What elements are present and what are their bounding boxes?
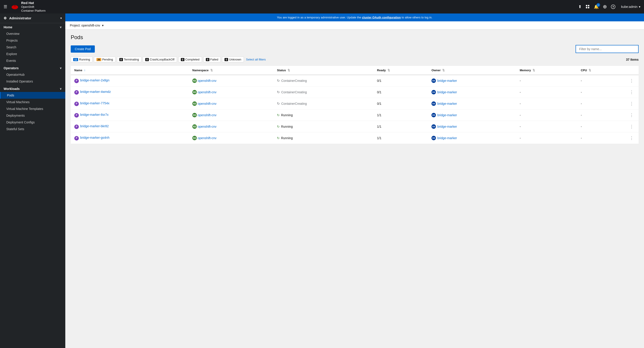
table-row: P bridge-marker-gs4nh NS openshift-cnv ↻… — [71, 132, 638, 144]
col-memory[interactable]: Memory ⇅ — [516, 66, 577, 75]
project-dropdown-icon[interactable]: ▾ — [102, 24, 104, 27]
filter-chip-pending[interactable]: 26 Pending — [94, 57, 116, 62]
filter-name-input[interactable] — [576, 45, 638, 53]
col-namespace[interactable]: Namespace ⇅ — [189, 66, 273, 75]
ns-link-3[interactable]: openshift-cnv — [198, 113, 216, 117]
table-row: P bridge-marker-bkr82 NS openshift-cnv ↻… — [71, 121, 638, 132]
pod-name-link-5[interactable]: bridge-marker-gs4nh — [80, 136, 110, 139]
sidebar-item-deployments[interactable]: Deployments — [0, 112, 65, 119]
col-name[interactable]: Name ↑ — [71, 66, 189, 75]
namespace-cell-1: NS openshift-cnv — [189, 87, 273, 98]
ns-link-2[interactable]: openshift-cnv — [198, 102, 216, 105]
ready-cell-1: 0/1 — [373, 87, 428, 98]
terminating-count: 0 — [119, 58, 123, 61]
col-status[interactable]: Status ⇅ — [273, 66, 373, 75]
filter-chip-running[interactable]: 11 Running — [71, 57, 92, 62]
sidebar-item-events[interactable]: Events — [0, 57, 65, 64]
owner-link-4[interactable]: bridge-marker — [437, 125, 457, 128]
filter-chip-crashloop[interactable]: 0 CrashLoopBackOff — [143, 57, 177, 62]
sidebar-item-stateful-sets[interactable]: Stateful Sets — [0, 126, 65, 132]
svg-text:?: ? — [612, 5, 614, 8]
status-cell-4: ↻ Running — [273, 121, 373, 132]
sidebar-item-virtual-machines[interactable]: Virtual Machines — [0, 99, 65, 105]
filter-bar: 11 Running 26 Pending 0 Terminating 0 Cr… — [71, 57, 638, 62]
pod-name-link-3[interactable]: bridge-marker-8sr7x — [80, 113, 108, 116]
pod-name-cell-5: P bridge-marker-gs4nh — [71, 132, 189, 144]
col-owner[interactable]: Owner ⇅ — [428, 66, 516, 75]
status-creating-icon: ↻ — [277, 79, 280, 83]
col-cpu[interactable]: CPU ⇅ — [577, 66, 625, 75]
bell-icon[interactable]: 🔔 1 — [594, 4, 599, 9]
brand-main: OpenShift — [21, 5, 46, 9]
user-menu[interactable]: kube:admin ▾ — [621, 5, 640, 8]
owner-link-1[interactable]: bridge-marker — [437, 90, 457, 94]
col-actions — [625, 66, 638, 75]
ns-link-0[interactable]: openshift-cnv — [198, 79, 216, 82]
row-kebab-button-3[interactable]: ⋮ — [628, 112, 635, 118]
table-row: P bridge-marker-7754x NS openshift-cnv ↻… — [71, 98, 638, 110]
row-kebab-button-2[interactable]: ⋮ — [628, 101, 635, 107]
status-text-0: ContainerCreating — [281, 79, 307, 82]
actions-cell-3: ⋮ — [625, 110, 638, 121]
sidebar-item-overview[interactable]: Overview — [0, 30, 65, 37]
sidebar-group-workloads: Workloads ∨ Pods Virtual Machines Virtua… — [0, 85, 65, 132]
pod-name-link-4[interactable]: bridge-marker-bkr82 — [80, 124, 109, 128]
sidebar-item-projects[interactable]: Projects — [0, 37, 65, 44]
filter-chip-unknown[interactable]: 0 Unknown — [222, 57, 244, 62]
running-label: Running — [79, 58, 90, 61]
row-kebab-button-1[interactable]: ⋮ — [628, 89, 635, 95]
ready-cell-5: 1/1 — [373, 132, 428, 144]
col-namespace-label: Namespace — [192, 69, 208, 72]
sidebar-group-header-home[interactable]: Home ∨ — [0, 23, 65, 30]
filter-chip-terminating[interactable]: 0 Terminating — [117, 57, 142, 62]
ns-link-5[interactable]: openshift-cnv — [198, 136, 216, 140]
filter-chip-failed[interactable]: 0 Failed — [203, 57, 221, 62]
owner-link-2[interactable]: bridge-marker — [437, 102, 457, 105]
banner-link[interactable]: cluster OAuth configuration — [362, 16, 401, 19]
filter-chip-completed[interactable]: 0 Completed — [178, 57, 202, 62]
col-ready[interactable]: Ready ⇅ — [373, 66, 428, 75]
pod-name-link-2[interactable]: bridge-marker-7754x — [80, 101, 110, 105]
owner-link-3[interactable]: bridge-marker — [437, 113, 457, 117]
sidebar-group-header-workloads[interactable]: Workloads ∨ — [0, 85, 65, 92]
sidebar-item-virtual-machine-templates[interactable]: Virtual Machine Templates — [0, 105, 65, 112]
owner-sort-icon: ⇅ — [442, 69, 445, 72]
sidebar-item-installed-operators[interactable]: Installed Operators — [0, 78, 65, 85]
sidebar-item-explore[interactable]: Explore — [0, 51, 65, 57]
select-all-filters-link[interactable]: Select all filters — [246, 58, 266, 61]
ready-cell-2: 0/1 — [373, 98, 428, 110]
hamburger-icon[interactable]: ☰ — [4, 4, 7, 9]
owner-badge-1: DS — [432, 90, 436, 94]
page-title: Pods — [71, 34, 638, 40]
owner-link-0[interactable]: bridge-marker — [437, 79, 457, 82]
plus-icon[interactable]: ⊕ — [603, 4, 607, 10]
owner-cell-5: DS bridge-marker — [428, 132, 516, 144]
ns-link-1[interactable]: openshift-cnv — [198, 90, 216, 94]
memory-cell-4: - — [516, 121, 577, 132]
sidebar-group-header-operators[interactable]: Operators ∨ — [0, 64, 65, 71]
sidebar-item-operatorhub[interactable]: OperatorHub — [0, 71, 65, 78]
create-pod-button[interactable]: Create Pod — [71, 45, 95, 53]
ns-link-4[interactable]: openshift-cnv — [198, 125, 216, 128]
sidebar-item-pods[interactable]: Pods — [0, 92, 65, 99]
sidebar-admin[interactable]: ⚙ Administrator ▾ — [0, 13, 65, 23]
row-kebab-button-0[interactable]: ⋮ — [628, 78, 635, 84]
pod-name-link-0[interactable]: bridge-marker-2x8gn — [80, 78, 110, 82]
sidebar-item-search[interactable]: Search — [0, 44, 65, 51]
sidebar-item-deployment-configs[interactable]: Deployment Configs — [0, 119, 65, 126]
banner-text-after: to allow others to log in. — [402, 16, 432, 19]
upload-icon[interactable]: ⬆ — [578, 4, 582, 9]
help-icon[interactable]: ? — [611, 4, 616, 9]
row-kebab-button-4[interactable]: ⋮ — [628, 124, 635, 130]
completed-label: Completed — [185, 58, 200, 61]
status-running-icon: ↻ — [277, 136, 280, 140]
pod-type-icon-3: P — [74, 113, 79, 118]
operators-group-label: Operators — [4, 66, 19, 70]
banner-text: You are logged in as a temporary adminis… — [277, 16, 362, 19]
row-kebab-button-5[interactable]: ⋮ — [628, 135, 635, 141]
grid-icon[interactable] — [586, 5, 590, 9]
pod-name-link-1[interactable]: bridge-marker-4wmdz — [80, 90, 111, 94]
namespace-cell-3: NS openshift-cnv — [189, 110, 273, 121]
status-cell-1: ↻ ContainerCreating — [273, 87, 373, 98]
owner-link-5[interactable]: bridge-marker — [437, 136, 457, 140]
